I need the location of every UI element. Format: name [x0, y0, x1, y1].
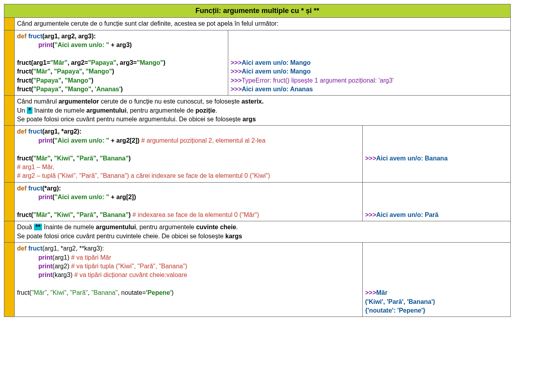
gutter: [4, 126, 15, 182]
gutter: [4, 182, 15, 221]
explain-asterisk: Când numărul argumentelor cerute de o fu…: [15, 96, 511, 126]
double-asterisk-icon: **: [34, 224, 42, 230]
explain-double-asterisk: Două ** înainte de numele argumentului, …: [15, 221, 511, 243]
intro-text: Când argumentele cerute de o funcție sun…: [15, 18, 511, 30]
output-block-1: >>>Aici avem un/o: Mango >>>Aici avem un…: [228, 30, 511, 96]
output-block-3: >>>Aici avem un/o: Pară: [363, 182, 511, 221]
output-block-2: >>>Aici avem un/o: Banana: [363, 126, 511, 182]
code-block-4: def fruct(arg1, *arg2, **karg3): print(a…: [15, 243, 363, 317]
gutter: [4, 96, 15, 126]
output-block-4: >>>Măr ('Kiwi', 'Pară', 'Banana') {'nout…: [363, 243, 511, 317]
tutorial-table: Funcții: argumente multiple cu * și ** C…: [4, 4, 511, 317]
gutter: [4, 30, 15, 96]
code-block-3: def fruct(*arg): print("Aici avem un/o: …: [15, 182, 363, 221]
asterisk-icon: *: [27, 107, 32, 114]
code-block-2: def fruct(arg1, *arg2): print("Aici avem…: [15, 126, 363, 182]
gutter: [4, 221, 15, 243]
code-block-1: def fruct(arg1, arg2, arg3): print("Aici…: [15, 30, 228, 96]
page-title: Funcții: argumente multiple cu * și **: [4, 4, 511, 18]
gutter: [4, 243, 15, 317]
gutter: [4, 18, 15, 30]
